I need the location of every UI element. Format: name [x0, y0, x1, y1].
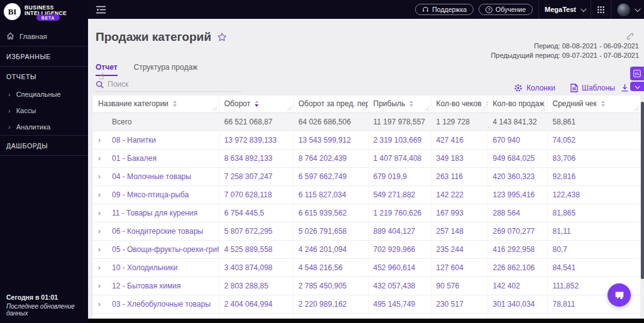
- expand-icon[interactable]: ›: [98, 300, 112, 309]
- expand-icon[interactable]: ›: [98, 136, 112, 145]
- cell-value: 7 258 307,247: [219, 167, 293, 185]
- expand-icon[interactable]: ›: [98, 190, 112, 199]
- table-row[interactable]: ›01 - Бакалея8 634 892,1338 764 202,4391…: [93, 149, 640, 167]
- cell-value: 495 145,749: [368, 295, 431, 313]
- table-row[interactable]: ›03 - Хлебобулочные товары2 404 064,9942…: [93, 295, 640, 313]
- category-name: 06 - Кондитерские товары: [112, 227, 203, 236]
- cell-value: 6 615 939,562: [293, 204, 368, 222]
- table-row[interactable]: ›11 - Товары для курения6 754 445,56 615…: [93, 204, 640, 222]
- expand-icon[interactable]: ›: [98, 282, 112, 290]
- cell-value: 83,706: [547, 149, 640, 167]
- category-name: 10 - Холодильники: [112, 263, 177, 272]
- chat-widget-button[interactable]: [608, 283, 631, 307]
- chevron-down-icon: [635, 84, 640, 89]
- sort-icon[interactable]: [409, 101, 413, 107]
- sidebar-footer: Сегодня в 01:01 Последнее обновление дан…: [0, 287, 88, 323]
- cell-value: 8 634 892,133: [219, 149, 293, 167]
- expand-icon[interactable]: ›: [98, 209, 112, 217]
- current-period: Период: 08-08-2021 - 06-09-2021: [491, 41, 639, 51]
- sort-icon[interactable]: [173, 101, 177, 107]
- sort-icon[interactable]: [255, 101, 258, 107]
- column-header-profit[interactable]: Прибыль: [368, 96, 431, 112]
- cell-value: 4 525 889,558: [219, 240, 293, 258]
- page-title: Продажи категорий: [96, 30, 227, 44]
- table-toolbar: Колонки Шаблоны: [514, 84, 615, 92]
- sidebar-item-analytics[interactable]: › Аналитика: [0, 119, 88, 136]
- category-name: 04 - Молочные товары: [112, 172, 191, 181]
- table-row[interactable]: ›06 - Кондитерские товары5 807 672,2955 …: [93, 222, 640, 240]
- cell-value: 90 576: [431, 276, 487, 295]
- gear-icon: [514, 84, 523, 92]
- cell-value: 702 929,966: [368, 240, 431, 258]
- sidebar-item-special[interactable]: › Специальные: [0, 86, 88, 102]
- cell-value: 123 995,416: [487, 185, 547, 204]
- search-input[interactable]: [108, 80, 242, 89]
- chat-bubble-icon: [614, 290, 625, 301]
- cell-value: 81,11: [547, 222, 640, 240]
- sort-icon[interactable]: [601, 101, 605, 107]
- table-total-row: ›Всего66 521 068,8764 026 686,50611 197 …: [93, 112, 640, 131]
- support-button[interactable]: Поддержка: [415, 4, 474, 15]
- share-link-icon[interactable]: [626, 32, 635, 41]
- expand-icon[interactable]: ›: [98, 245, 112, 254]
- cell-value: 11 197 978,557: [368, 112, 431, 131]
- cell-value: 64 026 686,506: [293, 112, 368, 131]
- collapse-panel-button[interactable]: [630, 82, 644, 91]
- favorite-star-icon[interactable]: [217, 32, 227, 42]
- chevron-right-icon: ›: [8, 124, 11, 131]
- cell-value: 167 993: [431, 204, 487, 222]
- chevron-down-icon: [580, 6, 587, 12]
- apps-grid-icon[interactable]: [597, 6, 605, 14]
- cell-value: 301 340,034: [487, 295, 547, 313]
- table-row[interactable]: ›04 - Молочные товары7 258 307,2476 597 …: [93, 167, 640, 185]
- account-menu[interactable]: MegaTest: [545, 6, 585, 13]
- table-row[interactable]: ›09 - Мясо-птица-рыба7 070 628,1186 115 …: [93, 185, 640, 204]
- column-header-sales-count[interactable]: Кол-во продаж: [487, 96, 547, 112]
- chevron-down-icon[interactable]: [635, 6, 641, 12]
- search-box[interactable]: [96, 80, 242, 92]
- sidebar-section-reports[interactable]: ОТЧЕТЫ: [0, 66, 88, 86]
- expand-icon[interactable]: ›: [98, 263, 112, 272]
- table-row[interactable]: ›10 - Холодильники3 403 874,0984 548 216…: [93, 258, 640, 276]
- column-header-receipts-count[interactable]: Кол-во чеков: [431, 96, 487, 112]
- menu-fold-icon[interactable]: [96, 5, 106, 14]
- vertical-scrollbar[interactable]: [641, 102, 644, 279]
- templates-button[interactable]: Шаблоны: [570, 84, 615, 92]
- training-button[interactable]: ? Обучение: [479, 4, 533, 15]
- sidebar-section-favorites[interactable]: ИЗБРАННЫЕ: [0, 46, 88, 66]
- column-header-avg-receipt[interactable]: Средний чек: [547, 96, 640, 112]
- column-header-turnover[interactable]: Оборот: [219, 96, 293, 112]
- template-file-icon: [570, 84, 578, 92]
- bi-logo-icon: BI: [4, 3, 21, 20]
- cell-value: 235 244: [431, 240, 487, 258]
- expand-icon[interactable]: ›: [98, 227, 112, 236]
- table-row[interactable]: ›05 - Овощи-фрукты-орехи-грибы4 525 889,…: [93, 240, 640, 258]
- category-name: 08 - Напитки: [112, 136, 156, 145]
- columns-button[interactable]: Колонки: [514, 84, 555, 92]
- sidebar-section-dashboards[interactable]: ДАШБОРДЫ: [0, 136, 88, 156]
- cell-value: 5 807 672,295: [219, 222, 293, 240]
- table-row[interactable]: ›08 - Напитки13 972 839,13313 543 599,91…: [93, 131, 640, 149]
- tab-sales-structure[interactable]: Структура продаж: [134, 63, 198, 76]
- column-header-category-name[interactable]: Название категории: [93, 96, 219, 112]
- sidebar-item-kassy[interactable]: › Кассы: [0, 102, 88, 119]
- expand-icon[interactable]: ›: [98, 154, 112, 163]
- column-header-prev-turnover[interactable]: Оборот за пред. период: [293, 96, 368, 112]
- download-icon[interactable]: [621, 84, 629, 92]
- chevron-right-icon: ›: [8, 107, 11, 114]
- cell-value: 670 940: [487, 131, 547, 149]
- topbar-divider: [538, 0, 539, 19]
- table-row[interactable]: ›12 - Бытовая химия2 803 288,852 785 450…: [93, 276, 640, 295]
- previous-period: Предыдущий период: 09-07-2021 - 07-08-20…: [491, 51, 639, 60]
- expand-icon[interactable]: ›: [98, 172, 112, 181]
- cell-value: 679 019,9: [368, 167, 431, 185]
- category-name: 11 - Товары для курения: [112, 209, 197, 217]
- cell-value: 6 597 662,749: [293, 167, 368, 185]
- cell-value: 288 564: [487, 204, 547, 222]
- sidebar-item-home[interactable]: Главная: [0, 26, 88, 46]
- chart-panel-button[interactable]: [630, 67, 644, 80]
- side-panel-toggles: [630, 67, 644, 91]
- cell-value: 6 115 827,034: [293, 185, 368, 204]
- cell-value: 1 407 874,408: [368, 149, 431, 167]
- avatar[interactable]: [617, 3, 630, 16]
